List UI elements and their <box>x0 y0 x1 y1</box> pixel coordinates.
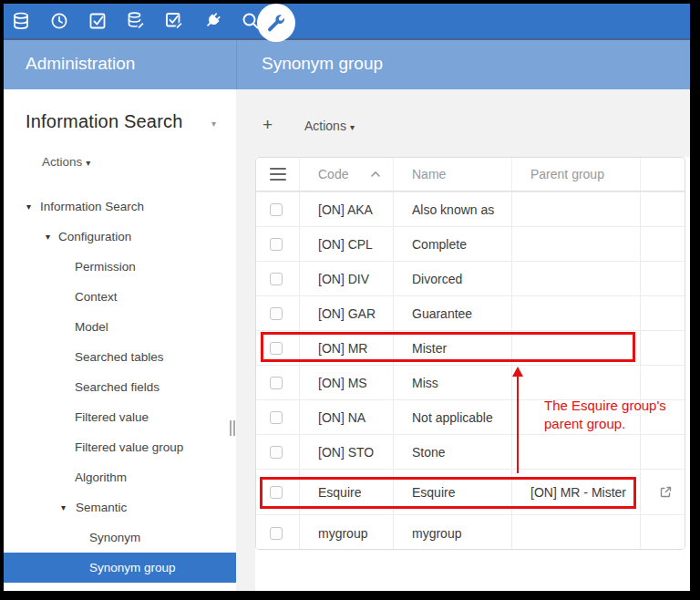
tree-item-label: Model <box>4 312 108 342</box>
cell-parent-group <box>511 331 640 365</box>
tree-item-label: Filtered value <box>4 402 149 432</box>
cell-parent-group <box>511 515 640 550</box>
database-edit-icon[interactable] <box>126 11 146 31</box>
cell-code: [ON] GAR <box>299 296 393 330</box>
cell-parent-group: [ON] MR - Mister <box>511 470 640 514</box>
data-grid: Code Name Parent group [ON] AKA Also kno… <box>255 157 685 550</box>
tree-item-semantic[interactable]: ▾Semantic <box>4 492 236 522</box>
table-row[interactable]: [ON] STO Stone <box>256 434 685 469</box>
column-header-actions <box>640 158 685 191</box>
tree-item-filtered-value-group[interactable]: Filtered value group <box>4 432 236 462</box>
tree-item-label: Searched tables <box>4 342 164 372</box>
navigation-tree: ▾Information Search ▾Configuration Permi… <box>4 191 236 583</box>
tree-item-searched-tables[interactable]: Searched tables <box>4 342 236 372</box>
table-row[interactable]: [ON] GAR Guarantee <box>256 295 685 330</box>
row-checkbox[interactable] <box>270 377 283 389</box>
cell-code: [ON] CPL <box>299 227 393 261</box>
cell-name: Mister <box>393 331 511 365</box>
tasks-edit-icon[interactable] <box>164 11 184 31</box>
app-window: Administration Synonym group Information… <box>4 4 690 591</box>
tree-item-label: Filtered value group <box>4 432 183 462</box>
left-gutter <box>236 89 255 591</box>
tree-item-label: Synonym group <box>4 553 176 583</box>
cell-code: [ON] AKA <box>299 192 393 226</box>
table-row[interactable]: mygroup mygroup <box>256 514 685 550</box>
tree-item-searched-fields[interactable]: Searched fields <box>4 372 236 402</box>
row-checkbox[interactable] <box>270 527 283 540</box>
cell-name: Guarantee <box>393 296 511 330</box>
page-title: Synonym group <box>262 38 383 89</box>
cell-code: [ON] NA <box>299 400 393 434</box>
column-header-label: Name <box>412 167 446 181</box>
sidebar: Information Search ▾ Actions▾ ▾Informati… <box>4 89 236 591</box>
tree-item-label: Synonym <box>4 522 140 553</box>
wrench-icon-active-button[interactable] <box>257 4 295 42</box>
tree-item-configuration[interactable]: ▾Configuration <box>4 222 236 252</box>
cell-code: [ON] MS <box>299 366 393 399</box>
row-checkbox[interactable] <box>270 238 283 251</box>
tree-item-synonym[interactable]: Synonym <box>4 522 236 553</box>
top-toolbar <box>4 4 690 38</box>
cell-name: mygroup <box>393 515 511 550</box>
row-checkbox[interactable] <box>270 307 283 320</box>
row-checkbox[interactable] <box>270 411 283 424</box>
sidebar-actions-dropdown[interactable]: Actions▾ <box>42 155 90 169</box>
cell-name: Miss <box>393 366 511 399</box>
table-row[interactable]: [ON] DIV Divorced <box>256 261 685 295</box>
chevron-down-icon: ▾ <box>86 158 90 168</box>
tree-item-permission[interactable]: Permission <box>4 252 236 282</box>
table-row[interactable]: [ON] NA Not applicable <box>256 399 685 434</box>
cell-parent-group <box>511 192 640 226</box>
table-row-mister-highlighted[interactable]: [ON] MR Mister <box>256 330 685 365</box>
open-record-external-link-icon[interactable] <box>659 485 673 499</box>
sidebar-scrollbar-thumb[interactable] <box>230 420 235 436</box>
tree-item-algorithm[interactable]: Algorithm <box>4 462 236 492</box>
wrench-icon <box>266 13 286 33</box>
add-record-button[interactable]: + <box>262 115 273 135</box>
grid-actions-label: Actions <box>304 119 346 133</box>
cell-parent-group <box>511 435 640 469</box>
column-header-parent-group[interactable]: Parent group <box>511 158 640 191</box>
caret-down-icon[interactable]: ▾ <box>46 222 50 252</box>
table-row[interactable]: [ON] AKA Also known as <box>256 191 685 226</box>
cell-name: Stone <box>393 435 511 469</box>
grid-menu-icon[interactable] <box>270 168 286 181</box>
table-row[interactable]: [ON] MS Miss <box>256 365 685 399</box>
column-header-label: Parent group <box>530 167 604 181</box>
tree-item-label: Information Search <box>4 191 144 222</box>
tree-item-label: Configuration <box>4 222 131 252</box>
tree-item-label: Context <box>4 282 118 312</box>
top-toolbar-icons <box>11 4 261 38</box>
caret-down-icon[interactable]: ▾ <box>61 492 66 522</box>
cell-parent-group <box>511 262 640 295</box>
row-checkbox[interactable] <box>270 486 283 499</box>
tree-item-context[interactable]: Context <box>4 282 236 312</box>
tasks-icon[interactable] <box>88 11 108 31</box>
row-checkbox[interactable] <box>270 446 283 459</box>
clock-icon[interactable] <box>49 11 69 31</box>
grid-header-row: Code Name Parent group <box>256 158 685 191</box>
cell-name: Complete <box>393 227 511 261</box>
row-checkbox[interactable] <box>270 342 283 355</box>
plug-icon[interactable] <box>202 11 222 31</box>
grid-actions-dropdown[interactable]: Actions▾ <box>304 119 355 133</box>
row-checkbox[interactable] <box>270 273 283 285</box>
sidebar-title: Information Search <box>26 111 183 132</box>
database-icon[interactable] <box>11 11 31 31</box>
table-row-esquire-highlighted[interactable]: Esquire Esquire [ON] MR - Mister <box>256 469 685 514</box>
tree-item-synonym-group-selected[interactable]: Synonym group <box>4 553 236 583</box>
tree-item-model[interactable]: Model <box>4 312 236 342</box>
column-header-name[interactable]: Name <box>393 158 511 191</box>
caret-down-icon[interactable]: ▾ <box>26 191 31 222</box>
tree-item-information-search[interactable]: ▾Information Search <box>4 191 236 222</box>
table-row[interactable]: [ON] CPL Complete <box>256 226 685 261</box>
sort-ascending-icon <box>370 171 381 178</box>
sidebar-title-caret-icon[interactable]: ▾ <box>211 119 216 129</box>
tree-item-label: Permission <box>4 252 136 282</box>
row-checkbox[interactable] <box>270 203 283 216</box>
sidebar-actions-label: Actions <box>42 155 82 169</box>
column-header-code[interactable]: Code <box>299 158 393 191</box>
header-divider <box>236 38 237 89</box>
tree-item-filtered-value[interactable]: Filtered value <box>4 402 236 432</box>
cell-code: Esquire <box>299 470 393 514</box>
